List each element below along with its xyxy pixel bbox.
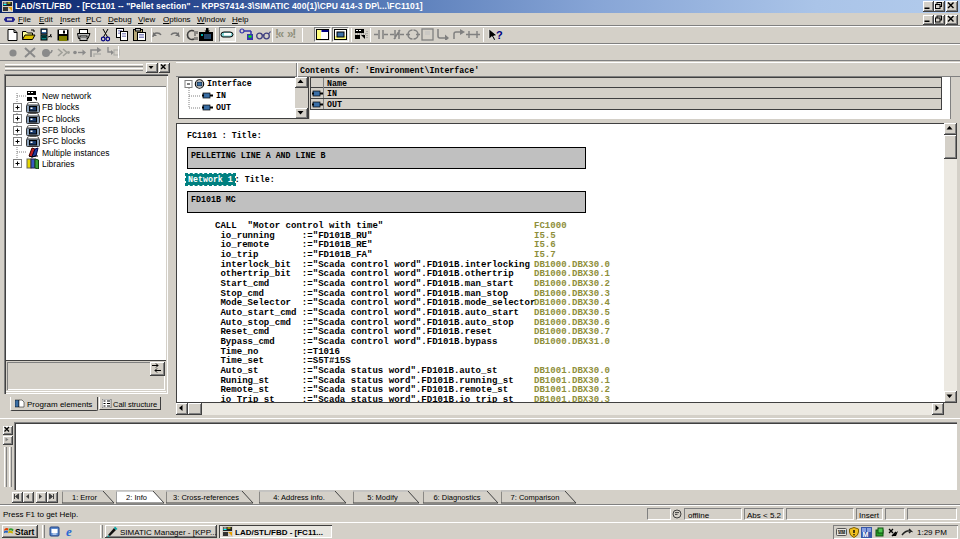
- svg-text:?: ?: [496, 29, 503, 41]
- svg-text:VM: VM: [838, 529, 846, 535]
- svg-text:M: M: [863, 531, 869, 538]
